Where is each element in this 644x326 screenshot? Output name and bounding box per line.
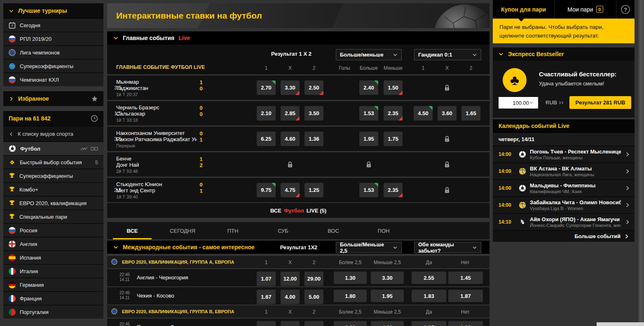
odds-button[interactable]: 3.60 (438, 106, 457, 120)
odds-button[interactable]: 3.25 (412, 321, 446, 326)
sidebar-item-quick-pick[interactable]: Быстрый выбор события 5 (3, 155, 103, 169)
odds-button[interactable]: 2.85 (281, 106, 300, 120)
odds-button[interactable]: 1.95 (359, 132, 378, 146)
odds-button[interactable]: 2.55 (412, 272, 446, 284)
odds-button[interactable]: 2.10 (257, 106, 276, 120)
help-button[interactable] (616, 0, 635, 19)
tab-my-bets[interactable]: Мои пари 0 (555, 0, 616, 19)
tab-all[interactable]: ВСЕ (107, 222, 157, 239)
odds-button[interactable]: 3.30 (371, 272, 404, 284)
odds-button[interactable]: 1.30 (334, 272, 367, 284)
odds-button[interactable]: 4.60 (281, 132, 300, 146)
sidebar-item-special-bets[interactable]: Специальные пари (3, 210, 103, 223)
sidebar-item-combo[interactable]: Комбо+ (3, 182, 103, 196)
sidebar-item-portugal[interactable]: Португалия (3, 305, 103, 319)
handicap-market-dropdown[interactable]: Гандикап 0:1 (414, 49, 481, 60)
sidebar-item-supercoefficients[interactable]: Суперкоэффициенты (3, 59, 103, 73)
sidebar-item-rpl[interactable]: РПЛ 2019/20 (3, 32, 103, 45)
odds-button[interactable]: 2.50 (304, 80, 323, 95)
odds-button[interactable]: 1.25 (304, 183, 323, 197)
total-market-dropdown[interactable]: Больше/Меньше 2,5 (336, 242, 402, 253)
stats-zigzag-icon[interactable] (80, 147, 88, 151)
sidebar-item-khl[interactable]: Чемпионат КХЛ (3, 73, 103, 86)
league-group-header[interactable]: ЕВРО 2020, КВАЛИФИКАЦИЯ, ГРУППА B, ЕВРОП… (107, 305, 489, 318)
section-best-tournaments[interactable]: Лучшие турниры (3, 3, 103, 18)
sidebar-item-germany[interactable]: Германия (3, 278, 103, 291)
odds-button[interactable]: 9.75 (257, 183, 276, 197)
tab-friday[interactable]: ПТН (208, 222, 258, 239)
prematch-row[interactable]: 22:4514.11 Англия - Черногория 1.07 12.0… (107, 269, 489, 286)
sidebar-item-euro2020[interactable]: ЕВРО 2020, квалификация (3, 196, 103, 210)
sidebar-item-today[interactable]: Сегодня (3, 18, 103, 32)
odds-button[interactable]: 1.75 (384, 132, 403, 146)
odds-button[interactable]: 1.02 (257, 321, 276, 326)
grid-view-icon[interactable] (91, 147, 98, 151)
prematch-row[interactable]: 22:4514.11 Чехия - Косово 1.67 4.00 5.00… (107, 287, 489, 305)
odds-button[interactable]: 1.53 (359, 106, 378, 120)
sidebar-item-champions-league[interactable]: Лига чемпионов (3, 45, 103, 59)
odds-button[interactable]: 3.50 (304, 106, 323, 120)
live-match-row[interactable]: Бенче Донг Най 2й Т 93:48 12 (107, 152, 489, 177)
odds-button[interactable]: 12.00 (281, 272, 300, 286)
btts-market-dropdown[interactable]: Обе команды забьют? (414, 242, 481, 253)
calendar-event-row[interactable]: 14:00 Мальдивы - Филиппины Квалификация … (493, 180, 635, 196)
page-scrollbar[interactable] (637, 0, 644, 326)
odds-button[interactable]: 1.87 (448, 290, 483, 302)
sidebar-item-spain[interactable]: Испания (3, 250, 103, 264)
odds-button[interactable]: 4.00 (281, 290, 300, 304)
odds-button[interactable]: 2.40 (359, 80, 378, 95)
odds-button[interactable]: 1.80 (334, 290, 367, 302)
tab-monday[interactable]: ПОН (358, 222, 409, 239)
odds-button[interactable]: 3.30 (281, 80, 300, 95)
odds-button[interactable]: 1.53 (359, 183, 378, 197)
sidebar-item-russia[interactable]: Россия (3, 223, 103, 237)
odds-button[interactable]: 1.65 (461, 106, 480, 120)
sidebar-item-supercoefficients-2[interactable]: Суперкоэффициенты (3, 169, 103, 182)
odds-button[interactable]: 4.75 (281, 183, 300, 197)
live-match-row[interactable]: Черчиль Бразерс Сальгаокар 1й Т 33:18 00… (107, 101, 489, 125)
all-football-live-link[interactable]: ВСЕ Футбол LIVE (5) (107, 203, 489, 218)
express-bestseller-header[interactable]: Экспресс Bestseller (493, 47, 635, 61)
odds-button[interactable]: 2.35 (384, 183, 403, 197)
more-events-link[interactable]: Больше событий (493, 230, 635, 242)
tab-saturday[interactable]: СУБ (258, 222, 308, 239)
tab-sunday[interactable]: ВОС (308, 222, 358, 239)
tab-coupon[interactable]: Купон для пари (493, 0, 555, 19)
calendar-event-row[interactable]: 14:00 ВК Астана - ВК Алматы Национальная… (493, 163, 635, 180)
odds-button[interactable]: 1.45 (448, 272, 483, 284)
odds-button[interactable]: 1.07 (257, 272, 276, 286)
odds-button[interactable]: 29.00 (304, 272, 323, 286)
odds-button[interactable]: 1.50 (384, 80, 403, 95)
odds-button[interactable]: 6.25 (257, 132, 276, 146)
sidebar-item-italy[interactable]: Италия (3, 264, 103, 278)
express-result-button[interactable]: Результат 281 RUB (569, 96, 631, 109)
prematch-row[interactable]: 22:4514.11 Португалия - Литва 1.02 18.50… (107, 319, 489, 326)
odds-button[interactable]: 1.83 (412, 290, 446, 302)
odds-button[interactable]: 1.36 (304, 132, 323, 146)
odds-button[interactable]: 2.35 (384, 106, 403, 120)
live-match-row[interactable]: Стьюдентс Юнион Мегт энд Сентр 1й Т 39:4… (107, 178, 489, 202)
odds-button[interactable]: 5.00 (304, 290, 323, 304)
calendar-event-row[interactable]: 14:10 Айя Охори (ЯПО) - Акане Ямагучи (Я… (493, 213, 635, 230)
odds-button[interactable]: 18.50 (281, 321, 300, 326)
calendar-event-row[interactable]: 14:00 Забайкалка Чита - Олимп Новосибирс… (493, 196, 635, 213)
over-under-market-dropdown[interactable]: Больше/меньше (336, 49, 402, 60)
chevron-down-icon[interactable] (529, 100, 534, 105)
tab-today[interactable]: СЕГОДНЯ (157, 222, 208, 239)
international-section-header[interactable]: Международные события - самое интересное… (107, 241, 489, 254)
live-match-row[interactable]: Накхонпханом Университет Ракхон Ратчасим… (107, 127, 489, 151)
league-group-header[interactable]: ЕВРО 2020, КВАЛИФИКАЦИЯ, ГРУППА A, ЕВРОП… (107, 256, 489, 268)
odds-button[interactable]: 4.50 (414, 106, 433, 120)
sidebar-item-england[interactable]: Англия (3, 237, 103, 250)
odds-button[interactable]: 1.30 (448, 321, 483, 326)
odds-button[interactable]: 2.70 (257, 80, 276, 95)
odds-button[interactable]: 1.67 (257, 290, 276, 304)
odds-button[interactable]: 4.20 (371, 321, 404, 326)
odds-button[interactable]: 1.95 (371, 290, 404, 302)
back-to-sports-link[interactable]: К списку видов спорта (3, 126, 103, 142)
calendar-event-row[interactable]: 14:00 Погонь Тчев - Респект Мысленице Ку… (493, 146, 635, 163)
odds-button[interactable]: 1.20 (334, 321, 367, 326)
live-match-row[interactable]: Мьянмар Таджикистан 1й Т 20:37 10 2.70 3… (107, 76, 489, 100)
sidebar-item-france[interactable]: Франция (3, 291, 103, 305)
live-section-header[interactable]: Главные события Live (107, 31, 489, 45)
